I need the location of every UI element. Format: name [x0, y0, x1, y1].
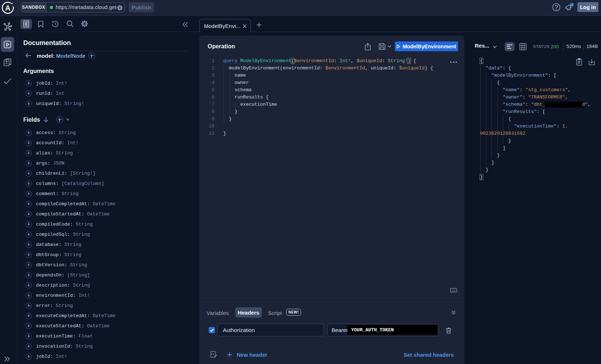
svg-text:A: A: [5, 4, 10, 12]
